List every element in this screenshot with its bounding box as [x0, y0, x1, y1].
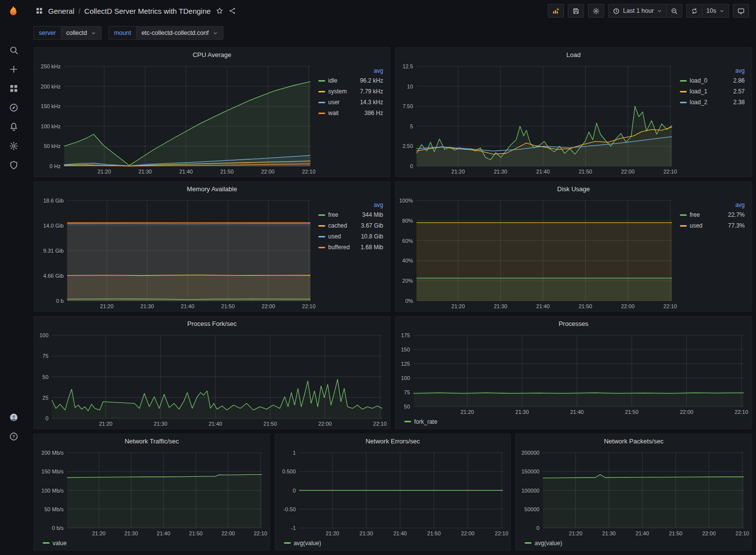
refresh-button[interactable] — [686, 4, 702, 18]
cycle-view-mode-button[interactable] — [733, 4, 749, 18]
chart-area-disk-usage[interactable]: 21:2021:3021:4021:5022:0022:100%20%40%60… — [398, 196, 678, 311]
chart-area-network-packets-sec[interactable]: 21:2021:3021:4021:5022:0022:100500001000… — [519, 448, 750, 538]
svg-text:22:00: 22:00 — [621, 303, 635, 309]
svg-text:21:40: 21:40 — [179, 169, 193, 175]
save-dashboard-button[interactable] — [568, 4, 584, 18]
star-dashboard-button[interactable] — [216, 7, 224, 15]
variable-server-selected: collectd — [66, 29, 87, 36]
panel-title[interactable]: Network Packets/sec — [516, 434, 752, 448]
svg-text:100: 100 — [401, 375, 410, 381]
svg-text:10: 10 — [407, 84, 413, 89]
legend-series-name[interactable]: wait — [328, 110, 338, 117]
panel-title[interactable]: Processes — [395, 317, 752, 330]
legend-header[interactable]: avg — [680, 202, 745, 208]
chart-network-traffic-sec[interactable]: 21:2021:3021:4021:5022:0022:100 b/s50 Mb… — [37, 448, 268, 538]
sidebar-explore-button[interactable] — [3, 98, 25, 117]
zoom-out-icon — [671, 7, 678, 15]
legend-series-name[interactable]: load_1 — [690, 88, 707, 95]
svg-text:21:20: 21:20 — [326, 530, 339, 536]
svg-text:21:30: 21:30 — [494, 169, 507, 175]
chart-area-load[interactable]: 21:2021:3021:4021:5022:0022:1002.5057.50… — [398, 61, 678, 176]
legend-series-name[interactable]: load_2 — [690, 99, 707, 106]
legend-series-name[interactable]: avg(value) — [534, 540, 562, 547]
legend-header[interactable]: avg — [318, 202, 383, 208]
legend-series-name[interactable]: system — [328, 88, 347, 95]
chart-area-memory-available[interactable]: 21:2021:3021:4021:5022:0022:100 b4.66 Gi… — [37, 196, 316, 311]
legend-series-name[interactable]: cached — [328, 222, 347, 229]
legend-series-name[interactable]: used — [690, 222, 702, 229]
chart-area-network-traffic-sec[interactable]: 21:2021:3021:4021:5022:0022:100 b/s50 Mb… — [37, 448, 268, 538]
variable-server-value[interactable]: collectd — [61, 26, 102, 40]
grafana-app: ? General / CollectD Server Metrics with… — [0, 0, 756, 555]
variable-mount: mount etc-collectd-collectd.conf — [109, 26, 224, 40]
chart-process-fork-sec[interactable]: 21:2021:3021:4021:5022:0022:100255075100 — [37, 330, 388, 429]
legend-series-name[interactable]: value — [53, 540, 67, 547]
add-panel-button[interactable] — [548, 4, 564, 18]
grafana-logo[interactable] — [5, 4, 22, 21]
chart-area-network-errors-sec[interactable]: 21:2021:3021:4021:5022:0022:10-1-0.5000.… — [278, 448, 509, 538]
chart-area-processes[interactable]: 21:2021:3021:4021:5022:0022:105075100125… — [398, 330, 750, 417]
sidebar-help-button[interactable]: ? — [3, 427, 25, 446]
dashboard-title[interactable]: CollectD Server Metrics with TDengine — [84, 7, 211, 15]
panel-title[interactable]: Load — [395, 48, 752, 61]
svg-text:21:30: 21:30 — [139, 169, 152, 175]
legend-header[interactable]: avg — [318, 67, 383, 74]
legend-series-name[interactable]: buffered — [328, 244, 350, 251]
sidebar-search-button[interactable] — [3, 40, 25, 59]
legend-series-name[interactable]: fork_rate — [414, 418, 437, 425]
time-range-picker[interactable]: Last 1 hour — [608, 4, 667, 18]
panel-title[interactable]: Network Traffic/sec — [34, 434, 270, 448]
panel-title[interactable]: Disk Usage — [395, 182, 752, 196]
search-icon — [9, 45, 19, 55]
sidebar-dashboards-button[interactable] — [3, 79, 25, 98]
dashboard-settings-button[interactable] — [588, 4, 604, 18]
svg-text:22:10: 22:10 — [664, 303, 677, 309]
chart-network-errors-sec[interactable]: 21:2021:3021:4021:5022:0022:10-1-0.5000.… — [278, 448, 509, 538]
panel-title[interactable]: Memory Available — [34, 182, 390, 196]
legend-item-free: free344 Mib — [318, 211, 383, 218]
legend-series-name[interactable]: idle — [328, 77, 337, 84]
svg-text:21:50: 21:50 — [221, 303, 235, 309]
series-color-swatch — [680, 214, 687, 216]
chart-processes[interactable]: 21:2021:3021:4021:5022:0022:105075100125… — [398, 330, 750, 417]
apps-icon — [35, 7, 43, 15]
chart-area-cpu-average[interactable]: 21:2021:3021:4021:5022:0022:100 Hz50 kHz… — [37, 61, 316, 176]
panel-title[interactable]: CPU Average — [34, 48, 390, 61]
sidebar-profile-button[interactable] — [3, 408, 25, 427]
svg-text:0%: 0% — [405, 298, 413, 304]
legend-series-name[interactable]: avg(value) — [294, 540, 321, 547]
chart-area-process-fork-sec[interactable]: 21:2021:3021:4021:5022:0022:100255075100 — [37, 330, 388, 429]
zoom-out-time-button[interactable] — [667, 4, 682, 18]
svg-text:22:10: 22:10 — [495, 530, 508, 536]
dashboard-row-2: Memory Available21:2021:3021:4021:5022:0… — [33, 181, 752, 312]
variable-mount-value[interactable]: etc-collectd-collectd.conf — [136, 26, 224, 40]
legend-series-name[interactable]: used — [328, 233, 341, 240]
svg-text:21:50: 21:50 — [189, 530, 203, 536]
breadcrumb-root[interactable]: General — [48, 7, 74, 15]
chart-load[interactable]: 21:2021:3021:4021:5022:0022:1002.5057.50… — [398, 61, 678, 176]
sidebar-alerting-button[interactable] — [3, 117, 25, 136]
chart-disk-usage[interactable]: 21:2021:3021:4021:5022:0022:100%20%40%60… — [398, 196, 678, 311]
legend-series-name[interactable]: user — [328, 99, 339, 106]
legend-series-name[interactable]: load_0 — [690, 77, 707, 84]
sidebar-create-button[interactable] — [3, 59, 25, 79]
chart-memory-available[interactable]: 21:2021:3021:4021:5022:0022:100 b4.66 Gi… — [37, 196, 316, 311]
legend-series-name[interactable]: free — [328, 211, 338, 218]
panel-title[interactable]: Network Errors/sec — [275, 434, 511, 448]
chart-network-packets-sec[interactable]: 21:2021:3021:4021:5022:0022:100500001000… — [519, 448, 750, 538]
sidebar-configuration-button[interactable] — [3, 136, 25, 155]
legend-series-name[interactable]: free — [690, 211, 700, 218]
chart-cpu-average[interactable]: 21:2021:3021:4021:5022:0022:100 Hz50 kHz… — [37, 61, 316, 176]
svg-text:7.50: 7.50 — [402, 103, 413, 109]
variable-mount-label: mount — [109, 26, 136, 40]
svg-text:175: 175 — [401, 332, 410, 338]
share-dashboard-button[interactable] — [228, 7, 236, 15]
legend-header[interactable]: avg — [680, 67, 745, 74]
series-color-swatch — [318, 225, 325, 227]
sidebar-admin-button[interactable] — [3, 155, 25, 175]
panel-title[interactable]: Process Fork/sec — [34, 317, 390, 330]
refresh-interval-select[interactable]: 10s — [702, 4, 729, 18]
svg-text:22:00: 22:00 — [461, 530, 475, 536]
gear-icon — [592, 7, 600, 15]
legend-network-traffic-sec: value — [34, 538, 270, 550]
